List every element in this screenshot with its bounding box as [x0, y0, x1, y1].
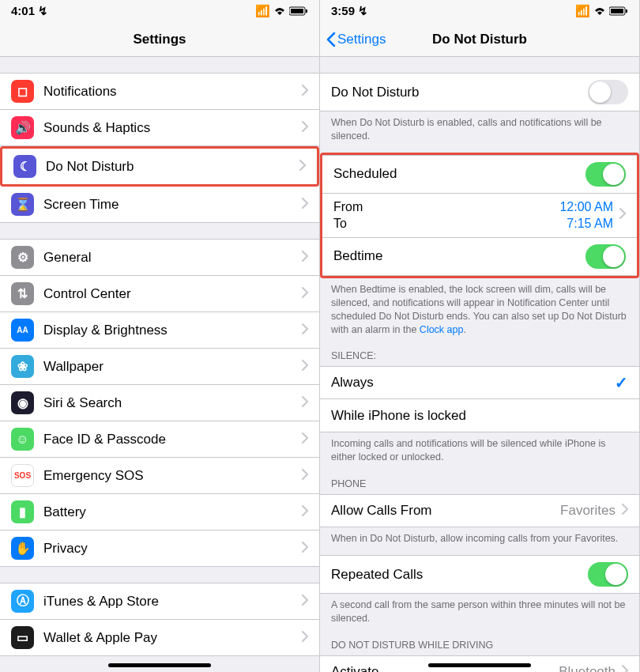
back-button[interactable]: Settings: [326, 32, 386, 47]
scheduled-row[interactable]: Scheduled: [322, 155, 637, 194]
allow-calls-footer: When in Do Not Disturb, allow incoming c…: [320, 527, 639, 549]
settings-row-sounds-haptics[interactable]: 🔊Sounds & Haptics: [0, 110, 319, 146]
driving-header: DO NOT DISTURB WHILE DRIVING: [320, 629, 639, 655]
chevron-right-icon: [302, 595, 308, 609]
dnd-screen: 3:59 ↯ 📶 Settings Do Not Disturb Do Not …: [320, 0, 640, 672]
settings-row-itunes-app-store[interactable]: ⒶiTunes & App Store: [0, 583, 319, 620]
chevron-right-icon: [302, 198, 308, 212]
navbar: Settings: [0, 22, 319, 57]
settings-row-battery[interactable]: ▮Battery: [0, 494, 319, 530]
siri-icon: ◉: [11, 391, 34, 414]
signal-icon: 📶: [575, 4, 590, 18]
settings-row-control-center[interactable]: ⇅Control Center: [0, 276, 319, 312]
settings-row-display-brightness[interactable]: AADisplay & Brightness: [0, 312, 319, 349]
chevron-right-icon: [302, 121, 308, 135]
allow-calls-label: Allow Calls From: [331, 503, 560, 519]
repeated-toggle[interactable]: [588, 562, 628, 587]
status-indicators: 📶: [255, 4, 308, 18]
always-label: Always: [331, 375, 615, 391]
scheduled-label: Scheduled: [333, 166, 585, 182]
activate-value: Bluetooth: [559, 664, 616, 672]
dnd-footer: When Do Not Disturb is enabled, calls an…: [320, 111, 639, 146]
settings-screen: 4:01 ↯ 📶 Settings ◻︎Notifications🔊Sounds…: [0, 0, 320, 672]
sos-icon: SOS: [11, 464, 34, 487]
faceid-icon: ☺︎: [11, 428, 34, 451]
row-label: Wallpaper: [43, 359, 302, 375]
row-label: Privacy: [43, 541, 302, 557]
flower-icon: ❀: [11, 355, 34, 378]
textsize-icon: AA: [11, 319, 34, 342]
status-time: 3:59 ↯: [331, 4, 368, 18]
svg-rect-2: [306, 9, 307, 13]
svg-rect-5: [626, 9, 627, 13]
repeated-label: Repeated Calls: [331, 567, 588, 583]
repeated-calls-row[interactable]: Repeated Calls: [320, 555, 639, 594]
allow-calls-row[interactable]: Allow Calls From Favorites: [320, 494, 639, 527]
status-time: 4:01 ↯: [11, 4, 48, 18]
dnd-list[interactable]: Do Not Disturb When Do Not Disturb is en…: [320, 57, 639, 672]
row-label: iTunes & App Store: [43, 594, 302, 610]
chevron-right-icon: [302, 85, 308, 99]
silence-always-row[interactable]: Always ✓: [320, 366, 639, 399]
row-label: Face ID & Passcode: [43, 432, 302, 447]
settings-row-privacy[interactable]: ✋Privacy: [0, 530, 319, 567]
bedtime-toggle[interactable]: [585, 244, 626, 269]
scheduled-toggle[interactable]: [585, 162, 626, 187]
chevron-right-icon: [622, 665, 628, 672]
row-label: Control Center: [43, 286, 302, 302]
dnd-toggle-row[interactable]: Do Not Disturb: [320, 73, 639, 111]
row-label: Notifications: [43, 84, 302, 100]
chevron-right-icon: [302, 542, 308, 556]
settings-row-face-id-passcode[interactable]: ☺︎Face ID & Passcode: [0, 421, 319, 458]
chevron-right-icon: [302, 251, 308, 265]
chevron-right-icon: [299, 160, 306, 174]
status-bar: 3:59 ↯ 📶: [320, 0, 639, 22]
gear-icon: ⚙︎: [11, 246, 34, 269]
settings-list[interactable]: ◻︎Notifications🔊Sounds & Haptics☾Do Not …: [0, 57, 319, 672]
dnd-label: Do Not Disturb: [331, 85, 588, 100]
settings-row-emergency-sos[interactable]: SOSEmergency SOS: [0, 458, 319, 494]
signal-icon: 📶: [255, 4, 270, 18]
to-value: 7:15 AM: [559, 215, 613, 232]
silence-footer: Incoming calls and notifications will be…: [320, 432, 639, 467]
home-indicator[interactable]: [428, 663, 531, 667]
silence-locked-row[interactable]: While iPhone is locked: [320, 399, 639, 432]
hourglass-icon: ⌛: [11, 193, 34, 216]
bedtime-footer: When Bedtime is enabled, the lock screen…: [320, 278, 639, 340]
settings-row-wallpaper[interactable]: ❀Wallpaper: [0, 349, 319, 385]
dnd-toggle[interactable]: [588, 80, 628, 104]
chevron-right-icon: [302, 505, 308, 519]
silence-header: SILENCE:: [320, 339, 639, 366]
settings-row-siri-search[interactable]: ◉Siri & Search: [0, 385, 319, 421]
row-label: Battery: [43, 504, 302, 520]
chevron-right-icon: [302, 469, 308, 483]
battery-icon: [609, 5, 628, 18]
schedule-time-row[interactable]: From To 12:00 AM 7:15 AM: [322, 194, 637, 238]
chevron-right-icon: [302, 631, 308, 645]
navbar: Settings Do Not Disturb: [320, 22, 639, 57]
bedtime-row[interactable]: Bedtime: [322, 238, 637, 276]
battery-icon: [289, 5, 308, 18]
bedtime-label: Bedtime: [333, 248, 585, 264]
row-label: General: [43, 250, 302, 266]
repeated-footer: A second call from the same person withi…: [320, 594, 639, 629]
page-title: Settings: [133, 32, 186, 47]
chevron-right-icon: [622, 504, 628, 518]
to-label: To: [333, 215, 559, 232]
settings-row-screen-time[interactable]: ⌛Screen Time: [0, 187, 319, 223]
row-label: Sounds & Haptics: [43, 120, 302, 136]
phone-header: PHONE: [320, 467, 639, 494]
checkmark-icon: ✓: [615, 373, 628, 392]
row-label: Screen Time: [43, 197, 302, 213]
row-label: Display & Brightness: [43, 323, 302, 338]
settings-row-notifications[interactable]: ◻︎Notifications: [0, 73, 319, 110]
settings-row-wallet-apple-pay[interactable]: ▭Wallet & Apple Pay: [0, 620, 319, 656]
home-indicator[interactable]: [108, 663, 211, 667]
settings-row-do-not-disturb[interactable]: ☾Do Not Disturb: [0, 146, 319, 187]
settings-row-general[interactable]: ⚙︎General: [0, 239, 319, 276]
hand-icon: ✋: [11, 537, 34, 560]
chevron-right-icon: [619, 208, 626, 222]
wifi-icon: [273, 5, 286, 18]
clock-app-link[interactable]: Clock app: [420, 324, 464, 335]
chevron-right-icon: [302, 432, 308, 447]
